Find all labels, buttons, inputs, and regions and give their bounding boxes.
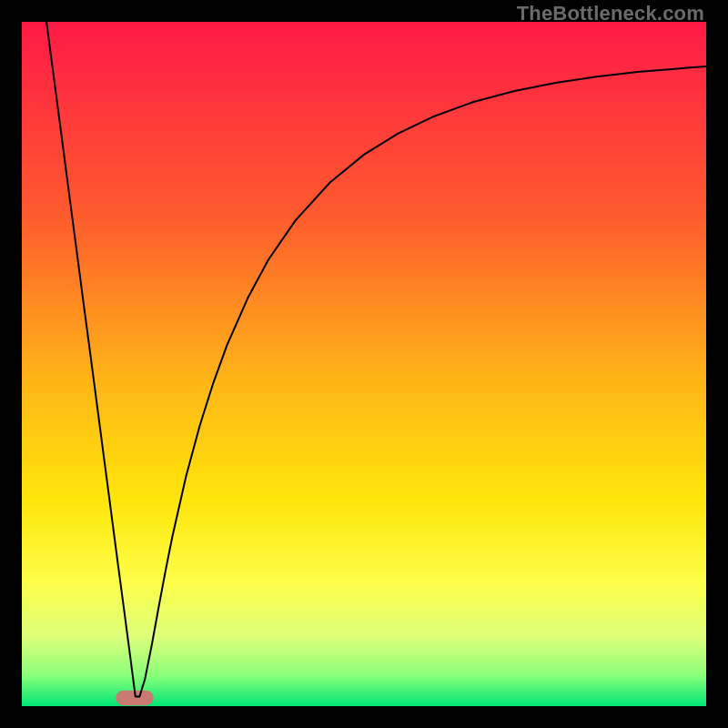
gradient-background [22,22,706,706]
chart-frame [22,22,706,706]
bottleneck-chart [22,22,706,706]
